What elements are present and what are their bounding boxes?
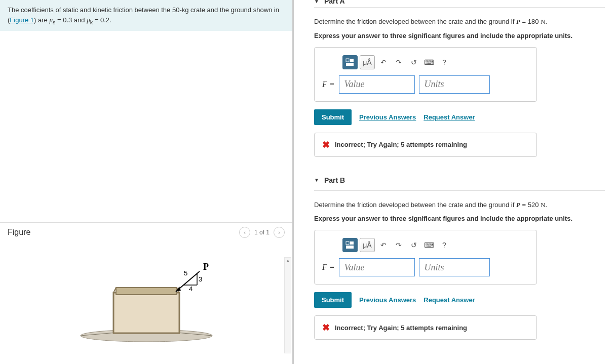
part-b-feedback: ✖ Incorrect; Try Again; 5 attempts remai… xyxy=(314,315,537,340)
part-b-instruction: Express your answer to three significant… xyxy=(314,215,605,222)
reset-button[interactable]: ↺ xyxy=(407,238,420,252)
part-b-request-answer-link[interactable]: Request Answer xyxy=(424,296,475,304)
figure-image: P 5 3 4 ▴ xyxy=(0,242,292,353)
templates-button[interactable] xyxy=(342,55,358,69)
answer-label: F = xyxy=(322,263,335,272)
redo-button[interactable]: ↷ xyxy=(392,238,405,252)
part-a-instruction: Express your answer to three significant… xyxy=(314,32,605,39)
part-b-toolbar: μÅ ↶ ↷ ↺ ⌨ ? xyxy=(342,238,529,252)
figure-counter: 1 of 1 xyxy=(254,229,270,236)
chevron-down-icon: ▼ xyxy=(314,177,319,183)
templates-button[interactable] xyxy=(342,238,358,252)
chevron-down-icon[interactable]: ▼ xyxy=(314,0,319,4)
part-a-question: Determine the friction developed between… xyxy=(314,17,605,27)
part-b-previous-answers-link[interactable]: Previous Answers xyxy=(359,296,416,304)
x-icon: ✖ xyxy=(322,322,330,333)
part-a-answer-box: μÅ ↶ ↷ ↺ ⌨ ? F = xyxy=(314,47,537,102)
scroll-up-icon[interactable]: ▴ xyxy=(285,258,291,264)
svg-rect-2 xyxy=(116,288,177,295)
svg-rect-18 xyxy=(346,246,354,249)
answer-label: F = xyxy=(322,80,335,89)
problem-statement: The coefficients of static and kinetic f… xyxy=(0,0,292,31)
redo-button[interactable]: ↷ xyxy=(392,55,405,69)
part-b-submit-button[interactable]: Submit xyxy=(314,292,352,308)
svg-rect-1 xyxy=(113,293,179,333)
figure-nav: ‹ 1 of 1 › xyxy=(239,227,285,238)
part-a-previous-answers-link[interactable]: Previous Answers xyxy=(359,113,416,121)
figure-next-button[interactable]: › xyxy=(274,227,285,238)
right-panel: ▼ Part A Determine the friction develope… xyxy=(294,0,615,364)
part-b-question: Determine the friction developed between… xyxy=(314,200,605,210)
left-panel: The coefficients of static and kinetic f… xyxy=(0,0,294,364)
part-b-units-input[interactable] xyxy=(419,258,490,276)
svg-text:5: 5 xyxy=(184,269,187,277)
keyboard-button[interactable]: ⌨ xyxy=(422,55,436,69)
part-b-title: Part B xyxy=(324,176,345,184)
part-a-request-answer-link[interactable]: Request Answer xyxy=(424,113,475,121)
svg-text:P: P xyxy=(203,262,209,272)
problem-text: The coefficients of static and kinetic f… xyxy=(8,6,182,14)
help-button[interactable]: ? xyxy=(438,55,451,69)
figure-prev-button[interactable]: ‹ xyxy=(239,227,250,238)
part-a-units-input[interactable] xyxy=(419,75,490,94)
part-a-feedback: ✖ Incorrect; Try Again; 5 attempts remai… xyxy=(314,133,537,157)
undo-button[interactable]: ↶ xyxy=(377,238,390,252)
x-icon: ✖ xyxy=(322,139,330,150)
part-b-body: Determine the friction developed between… xyxy=(314,200,605,340)
figure-title: Figure xyxy=(8,228,30,237)
svg-rect-15 xyxy=(346,63,354,66)
figure-scrollbar[interactable]: ▴ xyxy=(284,257,291,353)
part-a-value-input[interactable] xyxy=(339,75,415,94)
symbols-button[interactable]: μÅ xyxy=(360,238,375,252)
help-button[interactable]: ? xyxy=(438,238,451,252)
svg-rect-16 xyxy=(346,241,349,245)
figure-section: Figure ‹ 1 of 1 › xyxy=(0,222,292,364)
svg-rect-14 xyxy=(350,59,354,62)
undo-button[interactable]: ↶ xyxy=(377,55,390,69)
reset-button[interactable]: ↺ xyxy=(407,55,420,69)
part-b-answer-box: μÅ ↶ ↷ ↺ ⌨ ? F = xyxy=(314,230,537,285)
svg-rect-13 xyxy=(346,59,349,62)
svg-text:4: 4 xyxy=(189,285,193,293)
svg-text:3: 3 xyxy=(199,275,202,283)
part-a-toolbar: μÅ ↶ ↷ ↺ ⌨ ? xyxy=(342,55,529,69)
part-a-body: Determine the friction developed between… xyxy=(314,17,605,157)
figure-link[interactable]: Figure 1 xyxy=(10,16,34,24)
part-b-value-input[interactable] xyxy=(339,258,415,276)
symbols-button[interactable]: μÅ xyxy=(360,55,375,69)
svg-rect-17 xyxy=(350,241,354,245)
part-a-title: Part A xyxy=(324,0,345,5)
keyboard-button[interactable]: ⌨ xyxy=(422,238,436,252)
part-a-submit-button[interactable]: Submit xyxy=(314,109,352,125)
part-b-header[interactable]: ▼ Part B xyxy=(314,172,605,188)
